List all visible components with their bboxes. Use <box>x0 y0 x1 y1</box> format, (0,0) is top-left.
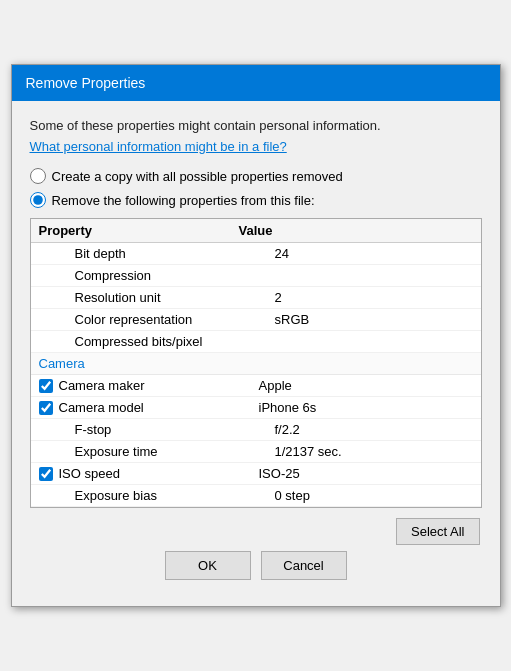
table-row: Bit depth 24 <box>31 243 481 265</box>
col-header-value: Value <box>239 223 473 238</box>
table-row-camera-model[interactable]: Camera model iPhone 6s <box>31 397 481 419</box>
table-header: Property Value <box>31 219 481 243</box>
radio-group: Create a copy with all possible properti… <box>30 168 482 208</box>
footer-row: Select All <box>30 518 482 545</box>
checkbox-camera-maker[interactable] <box>39 379 53 393</box>
table-row-fstop: F-stop f/2.2 <box>31 419 481 441</box>
table-row: Compression <box>31 265 481 287</box>
checkbox-camera-model[interactable] <box>39 401 53 415</box>
table-row: Compressed bits/pixel <box>31 331 481 353</box>
table-row-exposure-bias: Exposure bias 0 step <box>31 485 481 507</box>
select-all-button[interactable]: Select All <box>396 518 479 545</box>
radio-remove-input[interactable] <box>30 192 46 208</box>
properties-table-container: Property Value Bit depth 24 Compression … <box>30 218 482 508</box>
radio-remove[interactable]: Remove the following properties from thi… <box>30 192 482 208</box>
checkbox-iso-speed[interactable] <box>39 467 53 481</box>
ok-button[interactable]: OK <box>165 551 251 580</box>
table-row-iso-speed[interactable]: ISO speed ISO-25 <box>31 463 481 485</box>
info-text: Some of these properties might contain p… <box>30 117 482 135</box>
table-row: Color representation sRGB <box>31 309 481 331</box>
personal-info-link[interactable]: What personal information might be in a … <box>30 139 287 154</box>
radio-copy[interactable]: Create a copy with all possible properti… <box>30 168 482 184</box>
properties-table[interactable]: Property Value Bit depth 24 Compression … <box>31 219 481 507</box>
action-row: OK Cancel <box>30 551 482 580</box>
table-row-camera-maker[interactable]: Camera maker Apple <box>31 375 481 397</box>
table-row-exposure-time: Exposure time 1/2137 sec. <box>31 441 481 463</box>
dialog-title: Remove Properties <box>12 65 500 101</box>
section-header-camera: Camera <box>31 353 481 375</box>
table-row: Resolution unit 2 <box>31 287 481 309</box>
remove-properties-dialog: Remove Properties Some of these properti… <box>11 64 501 607</box>
radio-copy-input[interactable] <box>30 168 46 184</box>
col-header-property: Property <box>39 223 239 238</box>
cancel-button[interactable]: Cancel <box>261 551 347 580</box>
